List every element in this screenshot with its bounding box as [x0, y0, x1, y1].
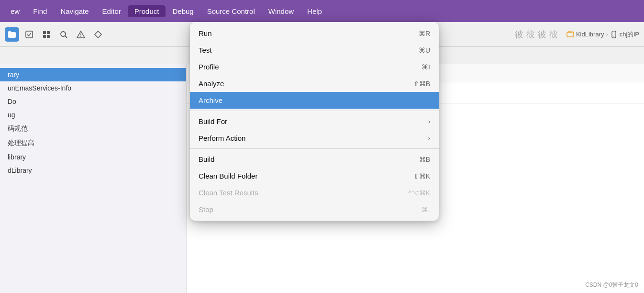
- breadcrumb-device: chj的iP: [620, 30, 639, 39]
- dropdown-item-arrow: ›: [428, 118, 430, 125]
- menu-item-view[interactable]: ew: [4, 5, 26, 17]
- dropdown-item-build[interactable]: Build⌘B: [190, 151, 439, 168]
- svg-point-6: [61, 32, 66, 36]
- dropdown-item-analyze[interactable]: Analyze⇧⌘B: [190, 75, 439, 92]
- dropdown-item-label: Build For: [199, 117, 227, 125]
- dropdown-item-label: Stop: [199, 205, 213, 214]
- search-icon[interactable]: [56, 27, 71, 42]
- sidebar-item-do[interactable]: Do: [0, 95, 186, 108]
- sidebar-item-unemas[interactable]: unEmasServices-Info: [0, 81, 186, 95]
- menu-bar: ew Find Navigate Editor Product Debug So…: [0, 0, 644, 22]
- menu-item-help[interactable]: Help: [300, 5, 329, 17]
- dropdown-item-profile[interactable]: Profile⌘I: [190, 58, 439, 75]
- svg-rect-1: [26, 31, 33, 38]
- warning-icon[interactable]: [74, 27, 88, 42]
- dropdown-separator: [190, 148, 439, 149]
- breadcrumb-project: KidLibrary: [576, 31, 604, 38]
- sidebar-item-library[interactable]: library: [0, 150, 186, 164]
- dropdown-item-perform-action[interactable]: Perform Action›: [190, 130, 439, 146]
- menu-item-window[interactable]: Window: [262, 5, 300, 17]
- dropdown-item-shortcut: ⇧⌘B: [413, 80, 430, 88]
- dropdown-item-build-for[interactable]: Build For›: [190, 113, 439, 130]
- dropdown-item-shortcut: ^⌥⌘K: [408, 189, 430, 197]
- dropdown-item-shortcut: ⌘R: [419, 30, 430, 37]
- svg-point-10: [80, 36, 81, 37]
- dropdown-item-label: Profile: [199, 63, 219, 71]
- sidebar-item-improve[interactable]: 处理提高: [0, 136, 186, 150]
- folder-icon[interactable]: [5, 27, 19, 42]
- dropdown-item-label: Clean Test Results: [199, 189, 258, 197]
- svg-rect-2: [43, 31, 46, 34]
- grid-icon[interactable]: [39, 27, 54, 42]
- dropdown-item-label: Run: [199, 29, 212, 37]
- menu-item-product[interactable]: Product: [128, 5, 166, 17]
- svg-line-7: [65, 36, 67, 38]
- dropdown-item-arrow: ›: [428, 135, 430, 142]
- dropdown-item-label: Clean Build Folder: [199, 172, 257, 180]
- dropdown-item-label: Build: [199, 155, 214, 163]
- dropdown-separator: [190, 111, 439, 111]
- dropdown-item-run[interactable]: Run⌘R: [190, 25, 439, 42]
- dropdown-item-stop: Stop⌘.: [190, 201, 439, 218]
- sidebar-item-codestandard[interactable]: 码规范: [0, 122, 186, 136]
- menu-item-navigate[interactable]: Navigate: [54, 5, 95, 17]
- sidebar: rary unEmasServices-Info Do ug 码规范 处理提高 …: [0, 64, 187, 293]
- dropdown-item-shortcut: ⌘I: [422, 63, 430, 71]
- dropdown-item-shortcut: ⌘B: [419, 156, 430, 163]
- sidebar-item-rary[interactable]: rary: [0, 68, 186, 81]
- dropdown-item-clean-test-results: Clean Test Results^⌥⌘K: [190, 184, 439, 201]
- dropdown-item-label: Analyze: [199, 79, 224, 88]
- menu-item-editor[interactable]: Editor: [96, 5, 128, 17]
- dropdown-item-shortcut: ⌘.: [422, 206, 430, 214]
- sidebar-item-dlibrary[interactable]: dLibrary: [0, 164, 186, 177]
- dropdown-item-label: Archive: [199, 96, 222, 104]
- sidebar-item-ug[interactable]: ug: [0, 108, 186, 122]
- svg-rect-4: [43, 35, 46, 38]
- menu-item-source-control[interactable]: Source Control: [200, 5, 262, 17]
- dropdown-item-archive[interactable]: Archive: [190, 92, 439, 109]
- product-dropdown: Run⌘RTest⌘UProfile⌘IAnalyze⇧⌘BArchiveBui…: [190, 22, 439, 221]
- watermark: CSDN @0骥子龙文0: [585, 281, 638, 289]
- dropdown-item-label: Test: [199, 46, 212, 54]
- svg-rect-5: [47, 35, 50, 38]
- dropdown-item-test[interactable]: Test⌘U: [190, 42, 439, 58]
- dropdown-item-clean-build-folder[interactable]: Clean Build Folder⇧⌘K: [190, 168, 439, 184]
- dropdown-item-label: Perform Action: [199, 134, 245, 142]
- checkbox-icon[interactable]: [22, 27, 36, 42]
- diamond-icon[interactable]: [91, 27, 105, 42]
- svg-rect-3: [47, 31, 50, 34]
- svg-marker-11: [95, 31, 101, 38]
- menu-item-debug[interactable]: Debug: [166, 5, 200, 17]
- menu-item-find[interactable]: Find: [26, 5, 54, 17]
- dropdown-item-shortcut: ⇧⌘K: [413, 172, 430, 180]
- dropdown-item-shortcut: ⌘U: [419, 46, 430, 54]
